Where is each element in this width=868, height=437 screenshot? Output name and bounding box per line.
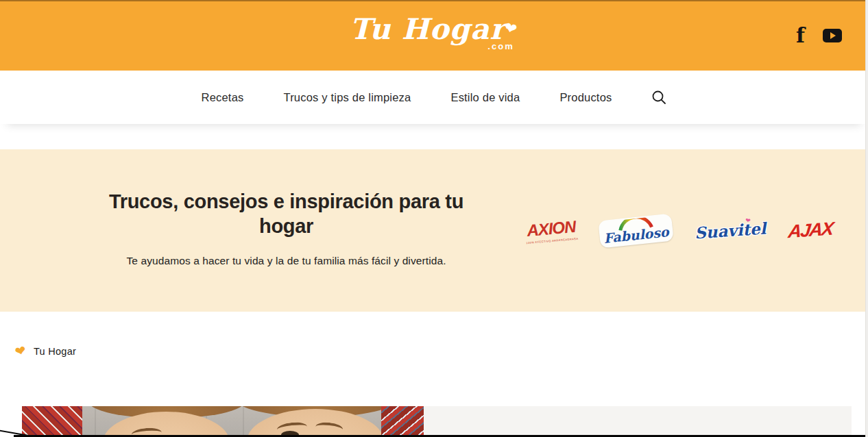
nav-item-productos[interactable]: Productos: [559, 91, 612, 104]
site-header: Tu Hogar❤ .com f: [0, 0, 868, 71]
axion-wordmark: AXION: [526, 216, 576, 239]
suavitel-heart-icon: ❤: [745, 217, 751, 225]
ajax-wordmark: AJAX: [787, 218, 834, 242]
window-top-edge: [0, 0, 868, 1]
hero-subtitle: Te ayudamos a hacer tu vida y la de tu f…: [93, 255, 480, 267]
scrollbar[interactable]: [865, 0, 868, 437]
search-icon[interactable]: [651, 90, 666, 105]
social-links: f: [796, 0, 842, 71]
brand-logo-ajax: AJAX: [788, 220, 832, 241]
breadcrumb[interactable]: ❤ Tu Hogar: [15, 345, 76, 358]
suavitel-wordmark: Suavitel: [695, 218, 767, 242]
breadcrumb-heart-icon: ❤: [14, 343, 27, 358]
hero-title-line1: Trucos, consejos e inspiración para tu: [93, 189, 480, 214]
hero-text-block: Trucos, consejos e inspiración para tu h…: [93, 149, 480, 312]
facebook-icon[interactable]: f: [796, 25, 805, 46]
page: Tu Hogar❤ .com f Recetas Trucos y tips d…: [0, 0, 868, 437]
brand-logo-fabuloso: Fabuloso: [598, 213, 674, 248]
article-card-panel[interactable]: [424, 406, 852, 437]
nav-item-trucos-y-tips[interactable]: Trucos y tips de limpieza: [283, 91, 411, 104]
main-nav: Recetas Trucos y tips de limpieza Estilo…: [0, 71, 868, 124]
hero-section: Trucos, consejos e inspiración para tu h…: [0, 149, 868, 312]
brand-logo-suavitel: Suavitel ❤: [695, 218, 767, 242]
nav-item-estilo-de-vida[interactable]: Estilo de vida: [450, 91, 520, 104]
article-card-image[interactable]: [22, 406, 424, 437]
youtube-icon[interactable]: [823, 29, 842, 42]
hero-title: Trucos, consejos e inspiración para tu h…: [93, 189, 480, 238]
site-logo[interactable]: Tu Hogar❤ .com: [350, 12, 518, 46]
brand-logo-axion: AXION 100% EFECTIVO ARRANCAGRASA: [525, 216, 579, 245]
photo-plaid-shirt-right: [381, 406, 424, 437]
breadcrumb-label: Tu Hogar: [34, 346, 76, 357]
logo-tld: .com: [487, 41, 514, 51]
fabuloso-wordmark: Fabuloso: [603, 224, 670, 246]
photo-plaid-shirt-left: [22, 406, 82, 437]
hero-title-line2: hogar: [93, 214, 480, 238]
brand-logo-strip: AXION 100% EFECTIVO ARRANCAGRASA Fabulos…: [525, 149, 832, 312]
nav-item-recetas[interactable]: Recetas: [202, 91, 244, 104]
logo-text: Tu Hogar: [350, 12, 505, 46]
